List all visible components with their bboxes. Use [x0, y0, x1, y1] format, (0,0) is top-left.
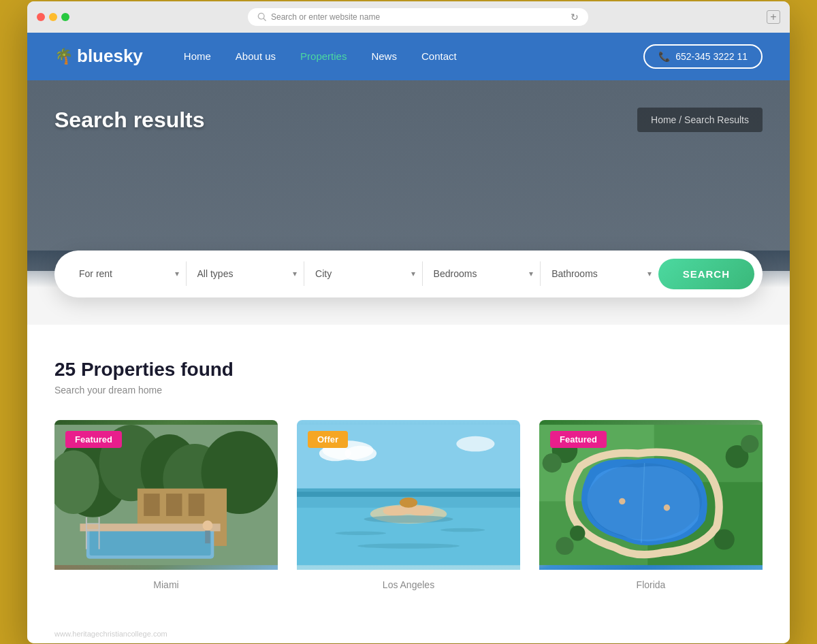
- property-grid: Featured Miami: [54, 420, 763, 600]
- logo-text: bluesky: [77, 46, 143, 67]
- svg-rect-10: [144, 494, 159, 516]
- nav-home[interactable]: Home: [184, 50, 211, 62]
- logo[interactable]: 🌴 bluesky: [54, 46, 143, 67]
- phone-icon: 📞: [658, 51, 670, 62]
- nav-properties[interactable]: Properties: [300, 50, 347, 62]
- property-image-la: Offer: [297, 420, 520, 570]
- new-tab-button[interactable]: +: [767, 10, 780, 24]
- minimize-dot[interactable]: [49, 13, 57, 21]
- svg-line-1: [263, 18, 266, 20]
- svg-point-35: [357, 543, 460, 548]
- hero-section: Search results Home / Search Results: [27, 80, 790, 271]
- svg-point-34: [440, 528, 485, 532]
- featured-badge-florida: Featured: [550, 431, 607, 448]
- results-count: 25 Properties found: [54, 359, 763, 381]
- svg-rect-15: [80, 524, 220, 531]
- rent-type-select[interactable]: For rent For sale: [68, 261, 186, 286]
- svg-point-50: [570, 525, 585, 540]
- bathrooms-wrapper: Bathrooms 1 2 3+: [541, 261, 658, 286]
- search-section: For rent For sale All types House Apartm…: [27, 251, 790, 297]
- svg-point-32: [364, 515, 453, 522]
- url-text: Search or enter website name: [271, 12, 380, 22]
- svg-point-38: [345, 445, 377, 460]
- maximize-dot[interactable]: [61, 13, 69, 21]
- city-wrapper: City Miami Los Angeles Florida: [304, 261, 423, 286]
- svg-point-16: [202, 520, 212, 530]
- browser-dots: [37, 13, 69, 21]
- featured-badge-miami: Featured: [65, 431, 122, 448]
- property-type-select[interactable]: All types House Apartment Villa: [187, 261, 304, 286]
- svg-rect-12: [189, 494, 204, 516]
- results-subtitle: Search your dream home: [54, 385, 763, 396]
- location-florida: Florida: [539, 570, 763, 600]
- city-select[interactable]: City Miami Los Angeles Florida: [304, 261, 422, 286]
- property-card-la[interactable]: Offer Los Angeles: [297, 420, 520, 600]
- results-section: 25 Properties found Search your dream ho…: [27, 325, 790, 627]
- svg-rect-17: [205, 530, 210, 543]
- property-card-florida[interactable]: Featured Florida: [539, 420, 763, 600]
- breadcrumb-separator: /: [679, 114, 682, 125]
- bathrooms-select[interactable]: Bathrooms 1 2 3+: [541, 261, 658, 286]
- svg-rect-11: [166, 494, 182, 516]
- svg-rect-26: [297, 492, 520, 496]
- search-button[interactable]: SEARCH: [658, 259, 754, 289]
- browser-window: Search or enter website name ↻ + 🌴 blues…: [27, 1, 790, 643]
- address-bar[interactable]: Search or enter website name ↻: [248, 8, 588, 26]
- close-dot[interactable]: [37, 13, 45, 21]
- svg-point-39: [456, 436, 494, 451]
- rent-type-wrapper: For rent For sale: [68, 261, 187, 286]
- property-card-miami[interactable]: Featured Miami: [54, 420, 278, 600]
- svg-point-31: [400, 497, 417, 507]
- property-image-florida: Featured: [539, 420, 763, 570]
- bedrooms-select[interactable]: Bedrooms 1 2 3+: [423, 261, 541, 286]
- offer-badge-la: Offer: [308, 431, 348, 448]
- nav-links: Home About us Properties News Contact: [184, 50, 643, 62]
- location-miami: Miami: [54, 570, 278, 600]
- breadcrumb: Home / Search Results: [637, 108, 763, 132]
- watermark: www.heritagechristiancollege.com: [27, 627, 790, 643]
- svg-point-49: [556, 536, 573, 554]
- phone-number: 652-345 3222 11: [675, 51, 748, 62]
- search-bar: For rent For sale All types House Apartm…: [54, 251, 763, 297]
- hero-title: Search results: [54, 108, 205, 133]
- search-icon: [257, 12, 267, 22]
- browser-chrome: Search or enter website name ↻ +: [27, 1, 790, 33]
- property-image-miami: Featured: [54, 420, 278, 570]
- nav-news[interactable]: News: [371, 50, 397, 62]
- nav-phone[interactable]: 📞 652-345 3222 11: [643, 44, 763, 69]
- property-type-wrapper: All types House Apartment Villa: [187, 261, 305, 286]
- nav-about[interactable]: About us: [236, 50, 276, 62]
- nav-contact[interactable]: Contact: [421, 50, 457, 62]
- watermark-text: www.heritagechristiancollege.com: [54, 630, 167, 638]
- refresh-icon[interactable]: ↻: [571, 12, 579, 22]
- svg-point-33: [335, 531, 386, 535]
- hero-content: Search results Home / Search Results: [27, 80, 790, 133]
- breadcrumb-home[interactable]: Home: [651, 114, 676, 125]
- breadcrumb-current: Search Results: [684, 114, 749, 125]
- svg-point-45: [543, 453, 562, 472]
- location-la: Los Angeles: [297, 570, 520, 600]
- bedrooms-wrapper: Bedrooms 1 2 3+: [423, 261, 541, 286]
- navbar: 🌴 bluesky Home About us Properties News …: [27, 33, 790, 80]
- svg-point-47: [741, 434, 758, 452]
- svg-point-48: [714, 529, 735, 549]
- svg-point-53: [587, 463, 702, 539]
- logo-icon: 🌴: [54, 48, 73, 65]
- svg-rect-14: [90, 530, 211, 555]
